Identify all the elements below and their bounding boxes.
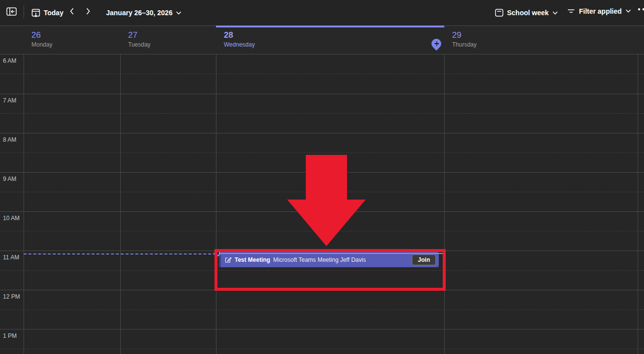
hour-row[interactable]: 9 AM	[0, 172, 644, 211]
time-label: 11 AM	[3, 254, 19, 261]
day-name: Wednesday	[224, 41, 444, 48]
half-hour-line	[0, 113, 644, 114]
half-hour-line	[0, 349, 644, 349]
chevron-down-icon	[625, 9, 631, 13]
filter-icon	[567, 7, 575, 15]
half-hour-line	[0, 231, 644, 231]
time-label: 6 AM	[3, 57, 16, 64]
day-header-thursday[interactable]: 29 Thursday	[444, 26, 638, 54]
hour-row[interactable]: 6 AM	[0, 54, 644, 94]
time-label: 1 PM	[3, 332, 17, 339]
calendar-today-icon	[31, 8, 40, 18]
calendar-event-test-meeting[interactable]: Test Meeting Microsoft Teams Meeting Jef…	[219, 252, 439, 267]
hour-row[interactable]: 10 AM	[0, 211, 644, 251]
day-name: Tuesday	[128, 41, 216, 48]
teams-calendar-window: Today January 26–30, 2026	[0, 0, 644, 354]
hour-row[interactable]: 1 PM	[0, 329, 644, 354]
more-ellipsis-icon	[638, 8, 644, 11]
time-grid: 6 AM7 AM8 AM9 AM10 AM11 AM12 PM1 PM	[0, 54, 644, 354]
hour-row[interactable]: 7 AM	[0, 94, 644, 133]
day-number: 28	[224, 30, 444, 40]
day-header-tuesday[interactable]: 27 Tuesday	[120, 26, 216, 54]
hour-row[interactable]: 12 PM	[0, 290, 644, 329]
date-range-selector[interactable]: January 26–30, 2026	[106, 5, 182, 20]
day-header-wednesday[interactable]: 28 Wednesday	[216, 26, 444, 54]
column-line-tuesday	[120, 25, 121, 354]
time-label: 9 AM	[3, 176, 16, 182]
filter-applied-label: Filter applied	[579, 7, 621, 15]
time-label: 8 AM	[3, 136, 16, 143]
half-hour-line	[0, 192, 644, 192]
event-title: Test Meeting	[235, 256, 270, 263]
half-hour-line	[0, 270, 644, 271]
previous-week-button[interactable]	[69, 7, 75, 15]
plus-icon	[434, 41, 439, 47]
today-label: Today	[44, 9, 63, 17]
chevron-down-icon	[552, 11, 558, 15]
collapse-panel-button[interactable]	[6, 7, 17, 16]
week-view-icon	[495, 8, 504, 17]
join-meeting-button[interactable]: Join	[412, 254, 436, 265]
view-switcher-label: School week	[507, 9, 549, 17]
time-label: 12 PM	[3, 293, 20, 300]
column-line-wednesday	[216, 25, 216, 354]
half-hour-line	[0, 152, 644, 153]
time-label: 10 AM	[3, 215, 20, 222]
half-hour-line	[0, 74, 644, 74]
current-time-line-dashed	[24, 253, 216, 254]
day-number: 26	[31, 30, 120, 40]
column-line-thursday	[444, 25, 445, 354]
hour-row[interactable]: 8 AM	[0, 133, 644, 172]
day-number: 27	[128, 30, 216, 40]
half-hour-line	[0, 309, 644, 310]
next-week-button[interactable]	[85, 7, 91, 15]
day-number: 29	[452, 30, 638, 40]
chevron-left-icon	[69, 7, 75, 15]
date-range-label: January 26–30, 2026	[106, 9, 172, 17]
current-time-dot	[214, 250, 220, 256]
today-column-accent-bar	[216, 25, 444, 27]
day-header-monday[interactable]: 26 Monday	[24, 26, 120, 54]
rsvp-note-icon	[225, 256, 232, 263]
filter-applied-button[interactable]: Filter applied	[562, 3, 636, 19]
day-name: Thursday	[452, 41, 638, 48]
calendar-toolbar: Today January 26–30, 2026	[0, 0, 644, 25]
chevron-right-icon	[85, 7, 91, 15]
panel-collapse-icon	[6, 7, 17, 16]
day-name: Monday	[31, 41, 120, 48]
more-options-button[interactable]	[638, 8, 644, 11]
event-details: Microsoft Teams Meeting Jeff Davis	[273, 256, 366, 263]
time-label: 7 AM	[3, 97, 16, 104]
today-button[interactable]: Today	[31, 5, 63, 20]
column-line-friday	[638, 25, 638, 354]
column-line-gutter	[24, 25, 24, 354]
view-switcher-school-week[interactable]: School week	[495, 5, 558, 20]
toolbar-divider	[24, 5, 24, 18]
chevron-down-icon	[176, 11, 182, 15]
current-time-line-today	[216, 253, 444, 254]
